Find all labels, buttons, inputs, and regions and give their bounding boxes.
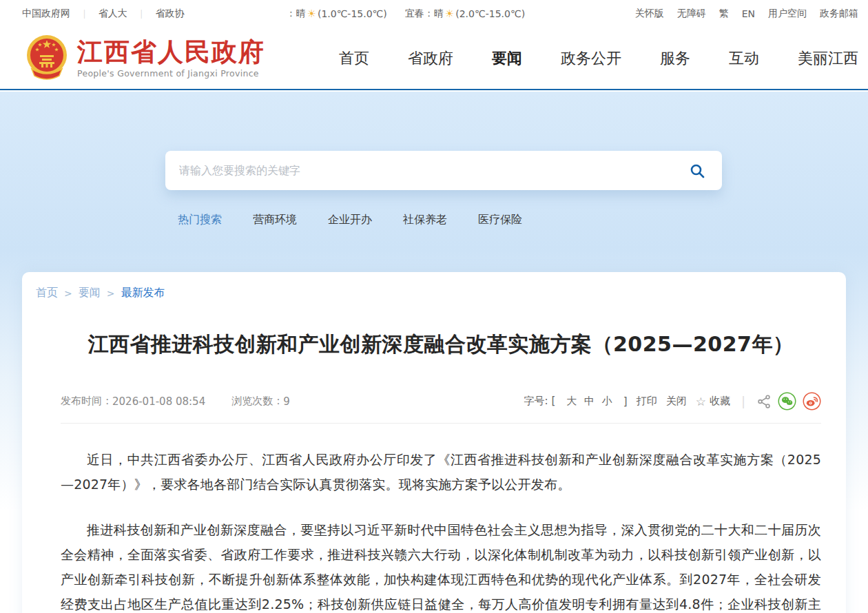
publish-time-value: 2026-01-08 08:54 — [112, 395, 205, 408]
weather-city1-colon: ： — [289, 8, 296, 20]
weibo-icon — [803, 392, 821, 411]
vertical-divider: | — [741, 394, 745, 408]
font-size-label: 字号: [ — [524, 395, 556, 408]
nav-item-news[interactable]: 要闻 — [492, 48, 522, 69]
topbar-quick-links: 关怀版 无障碍 繁 EN 用户空间 政务邮箱 — [635, 8, 858, 20]
sun-icon: ☀ — [445, 8, 454, 20]
divider: ｜ — [80, 8, 89, 20]
logo-title: 江西省人民政府 — [77, 38, 265, 66]
nav-item-beautiful-jiangxi[interactable]: 美丽江西 — [798, 48, 858, 69]
hot-search-company-setup[interactable]: 企业开办 — [328, 213, 372, 227]
hot-search-row: 热门搜索 营商环境 企业开办 社保养老 医疗保险 — [178, 213, 868, 227]
sun-icon: ☀ — [307, 8, 316, 20]
font-size-bracket-close: ] — [623, 395, 628, 408]
weibo-share-button[interactable] — [803, 392, 821, 411]
site-logo[interactable]: 江西省人民政府 People's Government of Jiangxi P… — [23, 33, 265, 84]
share-buttons — [756, 392, 821, 411]
article-toolbar: 字号: [ 大 中 小 ] 打印 关闭 ☆ 收藏 | — [524, 392, 821, 411]
chevron-right-icon: > — [107, 288, 115, 299]
article-card: 首页 > 要闻 > 最新发布 江西省推进科技创新和产业创新深度融合改革实施方案（… — [22, 272, 846, 613]
search-icon — [689, 163, 705, 179]
article-meta-left: 发布时间： 2026-01-08 08:54 浏览次数： 9 — [61, 395, 290, 408]
favorite-button[interactable]: ☆ 收藏 — [696, 395, 730, 408]
nav-item-provincial-gov[interactable]: 省政府 — [408, 48, 453, 69]
hot-search-label[interactable]: 热门搜索 — [178, 213, 222, 227]
topbar-link-traditional-chinese[interactable]: 繁 — [719, 8, 729, 20]
top-utility-bar: 中国政府网 ｜ 省人大 ｜ 省政协 ： 晴 ☀ (1.0℃-15.0℃) 宜春：… — [0, 0, 868, 28]
chevron-right-icon: > — [64, 288, 72, 299]
breadcrumb-latest-release[interactable]: 最新发布 — [121, 286, 165, 300]
font-size-large-button[interactable]: 大 — [566, 395, 577, 407]
article-paragraph: 推进科技创新和产业创新深度融合，要坚持以习近平新时代中国特色社会主义思想为指导，… — [61, 517, 821, 613]
nav-item-services[interactable]: 服务 — [660, 48, 690, 69]
topbar-link-care-version[interactable]: 关怀版 — [635, 8, 664, 20]
hot-search-medical-insurance[interactable]: 医疗保险 — [478, 213, 522, 227]
font-size-controls: 大 中 小 — [564, 395, 614, 408]
topbar-link-gov-mailbox[interactable]: 政务邮箱 — [820, 8, 858, 20]
nav-item-interaction[interactable]: 互动 — [729, 48, 759, 69]
logo-subtitle: People's Government of Jiangxi Province — [77, 68, 265, 79]
article-paragraph: 近日，中共江西省委办公厅、江西省人民政府办公厅印发了《江西省推进科技创新和产业创… — [61, 447, 821, 497]
logo-text: 江西省人民政府 People's Government of Jiangxi P… — [77, 38, 265, 79]
site-header: 江西省人民政府 People's Government of Jiangxi P… — [0, 28, 868, 90]
views-label: 浏览次数： — [231, 395, 283, 408]
weather-city2-name: 宜春： — [405, 8, 434, 20]
hot-search-social-security[interactable]: 社保养老 — [403, 213, 447, 227]
favorite-label: 收藏 — [710, 395, 730, 408]
views-count: 9 — [283, 395, 290, 408]
wechat-share-button[interactable] — [778, 392, 796, 411]
font-size-medium-button[interactable]: 中 — [584, 395, 595, 407]
weather-city1-range: (1.0℃-15.0℃) — [318, 8, 387, 19]
search-box — [165, 151, 722, 190]
topbar-link-cppcc[interactable]: 省政协 — [155, 8, 184, 20]
weather-city2-condition: 晴 — [434, 8, 444, 20]
article-body: 近日，中共江西省委办公厅、江西省人民政府办公厅印发了《江西省推进科技创新和产业创… — [61, 447, 821, 613]
article-title: 江西省推进科技创新和产业创新深度融合改革实施方案（2025—2027年） — [61, 331, 821, 359]
weather-city1-condition: 晴 — [296, 8, 305, 20]
star-icon: ☆ — [696, 395, 706, 408]
share-icon — [756, 394, 772, 409]
main-nav: 首页 省政府 要闻 政务公开 服务 互动 美丽江西 — [339, 48, 858, 69]
topbar-site-links: 中国政府网 ｜ 省人大 ｜ 省政协 — [22, 8, 184, 20]
print-button[interactable]: 打印 — [637, 395, 657, 408]
weather-city2-range: (2.0℃-15.0℃) — [455, 8, 525, 19]
search-area — [165, 90, 722, 190]
share-button[interactable] — [756, 394, 772, 409]
publish-time-label: 发布时间： — [61, 395, 112, 408]
breadcrumb: 首页 > 要闻 > 最新发布 — [22, 286, 846, 300]
topbar-link-user-space[interactable]: 用户空间 — [768, 8, 807, 20]
breadcrumb-news[interactable]: 要闻 — [79, 286, 101, 300]
weather-ticker: ： 晴 ☀ (1.0℃-15.0℃) 宜春： 晴 ☀ (2.0℃-15.0℃) — [289, 8, 527, 20]
topbar-link-accessibility[interactable]: 无障碍 — [677, 8, 706, 20]
topbar-link-provincial-congress[interactable]: 省人大 — [99, 8, 127, 20]
article-meta-row: 发布时间： 2026-01-08 08:54 浏览次数： 9 字号: [ 大 中… — [61, 392, 821, 424]
topbar-link-english[interactable]: EN — [742, 8, 755, 19]
article: 江西省推进科技创新和产业创新深度融合改革实施方案（2025—2027年） 发布时… — [22, 331, 846, 613]
search-button[interactable] — [686, 160, 708, 182]
hot-search-business-env[interactable]: 营商环境 — [253, 213, 297, 227]
nav-item-gov-affairs[interactable]: 政务公开 — [561, 48, 621, 69]
wechat-icon — [778, 392, 796, 411]
close-button[interactable]: 关闭 — [666, 395, 687, 408]
breadcrumb-home[interactable]: 首页 — [36, 286, 58, 300]
divider: ｜ — [137, 8, 146, 20]
national-emblem-icon — [23, 33, 70, 84]
topbar-link-china-gov[interactable]: 中国政府网 — [22, 8, 70, 20]
font-size-small-button[interactable]: 小 — [602, 395, 612, 407]
nav-item-home[interactable]: 首页 — [339, 48, 369, 69]
search-input[interactable] — [179, 164, 686, 177]
